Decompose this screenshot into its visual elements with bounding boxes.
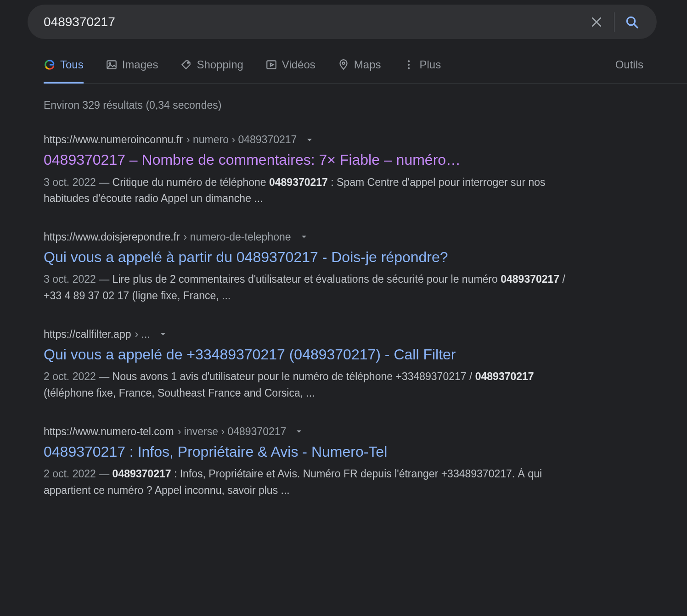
result-domain: https://callfilter.app — [44, 328, 131, 341]
tab-all[interactable]: Tous — [44, 58, 84, 83]
tools-button[interactable]: Outils — [615, 58, 643, 83]
tab-shopping[interactable]: Shopping — [180, 58, 243, 83]
tab-images[interactable]: Images — [106, 58, 158, 83]
tab-videos-label: Vidéos — [282, 58, 315, 71]
result-snippet: 3 oct. 2022 — Critique du numéro de télé… — [44, 174, 586, 207]
svg-point-12 — [408, 67, 410, 69]
result-date: 3 oct. 2022 — [44, 176, 96, 188]
tab-images-label: Images — [122, 58, 158, 71]
result-url[interactable]: https://callfilter.app › ... — [44, 328, 586, 341]
result-item: https://www.numero-tel.com › inverse › 0… — [44, 426, 586, 499]
result-date: 2 oct. 2022 — [44, 468, 96, 480]
tab-all-label: Tous — [60, 58, 84, 71]
clear-icon[interactable] — [586, 11, 608, 33]
result-url[interactable]: https://www.numeroinconnu.fr › numero › … — [44, 134, 586, 146]
result-path: › numero-de-telephone — [184, 231, 291, 243]
result-item: https://callfilter.app › ... Qui vous a … — [44, 328, 586, 402]
svg-point-9 — [342, 62, 344, 64]
search-icon[interactable] — [621, 11, 643, 33]
svg-rect-8 — [267, 61, 276, 68]
videos-icon — [265, 59, 277, 71]
result-path: › numero › 0489370217 — [186, 134, 297, 146]
chevron-down-icon[interactable] — [299, 232, 309, 241]
result-item: https://www.numeroinconnu.fr › numero › … — [44, 134, 586, 207]
tabs: Tous Images Shopping Vidéos Maps Plus — [44, 58, 441, 83]
result-domain: https://www.doisjerepondre.fr — [44, 231, 180, 243]
divider — [614, 12, 614, 32]
result-path: › inverse › 0489370217 — [178, 426, 287, 438]
result-title[interactable]: 0489370217 – Nombre de commentaires: 7× … — [44, 151, 586, 170]
tab-more[interactable]: Plus — [403, 58, 441, 83]
chevron-down-icon[interactable] — [305, 135, 314, 145]
svg-point-10 — [408, 60, 410, 62]
search-input[interactable] — [44, 15, 586, 29]
result-item: https://www.doisjerepondre.fr › numero-d… — [44, 231, 586, 304]
result-snippet: 3 oct. 2022 — Lire plus de 2 commentaire… — [44, 271, 586, 304]
search-bar — [28, 5, 657, 39]
result-domain: https://www.numeroinconnu.fr — [44, 134, 183, 146]
chevron-down-icon[interactable] — [294, 427, 304, 436]
svg-point-6 — [109, 63, 110, 64]
images-icon — [106, 59, 118, 71]
google-logo-icon — [44, 59, 56, 71]
result-date: 2 oct. 2022 — [44, 370, 96, 382]
tab-more-label: Plus — [419, 58, 441, 71]
tabs-row: Tous Images Shopping Vidéos Maps Plus Ou… — [44, 58, 687, 84]
maps-icon — [338, 59, 349, 71]
tab-shopping-label: Shopping — [197, 58, 243, 71]
result-stats: Environ 329 résultats (0,34 secondes) — [44, 99, 687, 112]
more-icon — [403, 59, 415, 71]
result-title[interactable]: 0489370217 : Infos, Propriétaire & Avis … — [44, 442, 586, 462]
result-title[interactable]: Qui vous a appelé de +33489370217 (04893… — [44, 345, 586, 364]
result-snippet: 2 oct. 2022 — Nous avons 1 avis d'utilis… — [44, 369, 586, 401]
chevron-down-icon[interactable] — [158, 330, 168, 339]
result-path: › ... — [135, 328, 150, 341]
tab-maps-label: Maps — [354, 58, 381, 71]
result-date: 3 oct. 2022 — [44, 273, 96, 285]
result-url[interactable]: https://www.doisjerepondre.fr › numero-d… — [44, 231, 586, 243]
shopping-icon — [180, 59, 192, 71]
result-snippet: 2 oct. 2022 — 0489370217 : Infos, Propri… — [44, 466, 586, 498]
svg-point-7 — [187, 62, 189, 63]
tab-maps[interactable]: Maps — [338, 58, 381, 83]
svg-point-11 — [408, 64, 410, 66]
results: https://www.numeroinconnu.fr › numero › … — [44, 134, 586, 499]
tab-videos[interactable]: Vidéos — [265, 58, 315, 83]
result-domain: https://www.numero-tel.com — [44, 426, 174, 438]
result-url[interactable]: https://www.numero-tel.com › inverse › 0… — [44, 426, 586, 438]
result-title[interactable]: Qui vous a appelé à partir du 0489370217… — [44, 248, 586, 267]
